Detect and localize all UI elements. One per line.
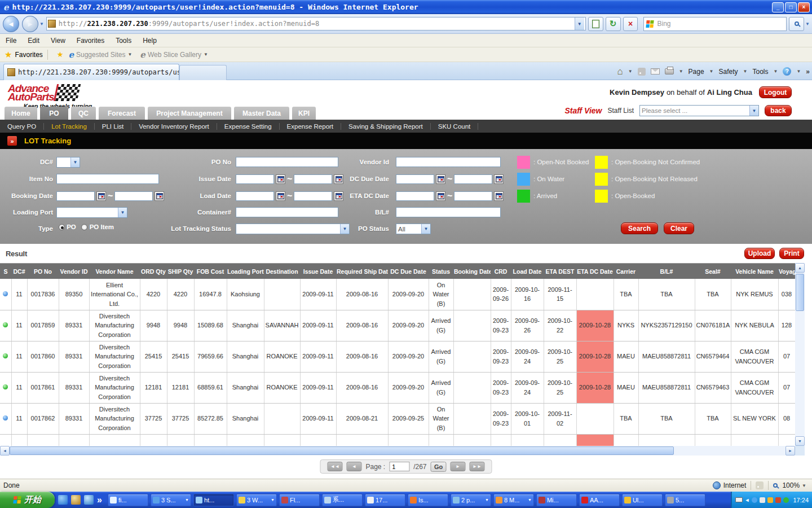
menu-edit[interactable]: Edit <box>22 37 45 45</box>
taskbar-task-1[interactable]: fi... <box>108 494 148 506</box>
browser-tab[interactable]: http://221.238.207.230:9999/autoparts/us… <box>3 64 179 80</box>
add-favorite-icon[interactable]: ★ <box>57 50 64 59</box>
taskbar-task-3[interactable]: ht... <box>193 494 234 506</box>
ie-quicklaunch-icon[interactable] <box>58 495 68 505</box>
taskbar-task-9[interactable]: 2 p...▼ <box>451 494 491 506</box>
horizontal-scroll-thumb[interactable] <box>10 446 674 455</box>
calendar-icon[interactable] <box>96 191 106 201</box>
input-method-icon[interactable] <box>735 497 743 502</box>
scroll-up-icon[interactable]: ▲ <box>795 263 805 273</box>
quick-launch-overflow-icon[interactable]: » <box>97 495 102 505</box>
po-status-select[interactable]: All▼ <box>396 224 431 234</box>
task-group-dropdown-icon[interactable]: ▼ <box>485 498 489 502</box>
calendar-icon[interactable] <box>494 174 504 184</box>
load-date-from-input[interactable] <box>236 191 274 201</box>
load-date-to-input[interactable] <box>294 191 332 201</box>
taskbar-task-5[interactable]: Fl... <box>279 494 320 506</box>
web-slice-gallery-button[interactable]: Web Slice Gallery <box>148 51 201 59</box>
eta-dc-date-to-input[interactable] <box>454 191 492 201</box>
subnav-saving-shipping-report[interactable]: Saving & Shipping Report <box>341 123 431 130</box>
task-group-dropdown-icon[interactable]: ▼ <box>185 498 189 502</box>
safety-menu-button[interactable]: Safety <box>719 68 738 76</box>
back-button[interactable]: ◄ <box>3 16 19 32</box>
home-icon[interactable]: ⌂ <box>617 66 623 77</box>
calendar-icon[interactable] <box>494 191 504 201</box>
url-field[interactable]: http://221.238.207.230:9999/autoparts/us… <box>46 17 586 30</box>
calendar-icon[interactable] <box>276 191 285 201</box>
url-dropdown-icon[interactable]: ▼ <box>575 17 584 30</box>
update-tray-icon[interactable] <box>767 497 773 503</box>
taskbar-task-11[interactable]: Mi... <box>536 494 577 506</box>
calendar-icon[interactable] <box>334 174 343 184</box>
menu-favorites[interactable]: Favorites <box>71 37 110 45</box>
recent-pages-dropdown-icon[interactable]: ▼ <box>39 21 44 27</box>
issue-date-to-input[interactable] <box>294 174 332 184</box>
dc-due-date-to-input[interactable] <box>454 174 492 184</box>
help-icon[interactable]: ? <box>783 67 791 76</box>
print-icon[interactable] <box>665 68 674 75</box>
booking-date-to-input[interactable] <box>114 191 153 201</box>
vertical-scrollbar[interactable]: ▲ ▼ <box>795 263 805 446</box>
stop-button[interactable]: × <box>623 17 638 31</box>
eta-dc-date-from-input[interactable] <box>396 191 434 201</box>
subnav-query-po[interactable]: Query PO <box>0 123 44 130</box>
lot-tracking-status-select[interactable]: ▼ <box>236 224 350 234</box>
zoom-level[interactable]: 100% <box>782 481 800 489</box>
messenger-tray-icon[interactable] <box>752 497 757 503</box>
tray-collapse-icon[interactable]: ◄ <box>745 497 750 503</box>
feeds-icon[interactable] <box>638 68 646 76</box>
radio-po[interactable] <box>59 224 65 230</box>
search-options-dropdown-icon[interactable]: ▼ <box>805 21 810 27</box>
menu-file[interactable]: File <box>0 37 22 45</box>
tab-project-management[interactable]: Project Management <box>148 107 231 120</box>
last-page-button[interactable]: ►► <box>470 462 485 471</box>
taskbar-task-8[interactable]: Is... <box>408 494 448 506</box>
page-input[interactable] <box>389 462 409 471</box>
menu-tools[interactable]: Tools <box>110 37 137 45</box>
clear-button[interactable]: Clear <box>664 222 694 234</box>
calendar-icon[interactable] <box>334 191 343 201</box>
bl-input[interactable] <box>396 207 501 217</box>
menu-help[interactable]: Help <box>137 37 162 45</box>
subnav-pli-list[interactable]: PLI List <box>95 123 131 130</box>
scroll-left-icon[interactable]: ◄ <box>0 446 10 456</box>
upload-button[interactable]: Upload <box>744 248 775 259</box>
tab-master-data[interactable]: Master Data <box>234 107 289 120</box>
window-titlebar[interactable]: e http://221.238.207.230:9999/autoparts/… <box>0 0 812 14</box>
security-tray-icon[interactable] <box>783 497 789 503</box>
item-no-input[interactable] <box>56 174 159 184</box>
subnav-expense-report[interactable]: Expense Report <box>280 123 341 130</box>
issue-date-from-input[interactable] <box>236 174 274 184</box>
subnav-sku-count[interactable]: SKU Count <box>431 123 479 130</box>
new-tab-stub[interactable] <box>179 65 227 80</box>
minimize-button[interactable]: _ <box>772 2 784 12</box>
calendar-icon[interactable] <box>436 174 445 184</box>
media-player-quicklaunch-icon[interactable] <box>84 495 94 505</box>
refresh-button[interactable]: ↻ <box>606 17 621 31</box>
dc-due-date-from-input[interactable] <box>396 174 434 184</box>
network-tray-icon[interactable] <box>775 497 781 503</box>
subnav-expense-setting[interactable]: Expense Setting <box>217 123 280 130</box>
tab-home[interactable]: Home <box>5 107 37 120</box>
taskbar-task-10[interactable]: 8 M...▼ <box>493 494 534 506</box>
radio-po-item[interactable] <box>81 224 87 230</box>
search-go-button[interactable] <box>789 17 804 31</box>
calendar-icon[interactable] <box>276 174 285 184</box>
vendor-id-input[interactable] <box>396 157 501 167</box>
prev-page-button[interactable]: ◄ <box>346 462 361 471</box>
print-button[interactable]: Print <box>779 248 804 259</box>
search-button[interactable]: Search <box>621 222 658 234</box>
suggested-sites-button[interactable]: Suggested Sites <box>76 51 125 59</box>
tab-po[interactable]: PO <box>40 107 68 120</box>
start-button[interactable]: 开始 <box>0 492 55 508</box>
back-button-page[interactable]: back <box>765 105 792 116</box>
forward-button[interactable]: ► <box>22 16 38 32</box>
desktop-quicklaunch-icon[interactable] <box>71 495 81 505</box>
tools-menu-button[interactable]: Tools <box>752 68 768 76</box>
compatibility-view-button[interactable] <box>588 17 603 31</box>
tab-qc[interactable]: QC <box>71 107 96 120</box>
go-button[interactable]: Go <box>431 462 447 472</box>
calendar-icon[interactable] <box>436 191 445 201</box>
menu-view[interactable]: View <box>45 37 71 45</box>
container-input[interactable] <box>236 207 338 217</box>
